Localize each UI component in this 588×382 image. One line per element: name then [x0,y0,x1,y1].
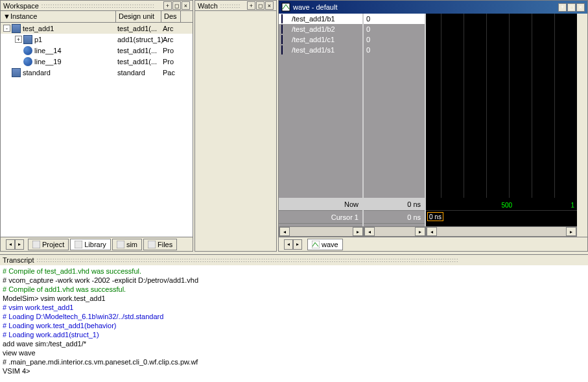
signal-value[interactable]: 0 [364,45,425,55]
signal-row[interactable]: /test_add1/s1 [279,45,362,55]
tree-row[interactable]: line__14test_add1(...Pro [1,45,193,56]
expander-icon[interactable]: - [3,25,10,32]
tab-label: Files [158,241,172,248]
wave-add-button[interactable]: + [558,3,567,12]
tab-sim[interactable]: sim [112,239,142,250]
project-icon [32,241,40,248]
wave-icon [281,3,290,12]
watch-dock-button[interactable]: ◻ [256,1,265,10]
design-unit: test_add1(... [116,47,161,54]
plot-scroll-right[interactable]: ▸ [566,227,576,236]
wave-signal-names[interactable]: /test_add1/b1/test_add1/b2/test_add1/c1/… [279,14,364,198]
signal-name: /test_add1/s1 [292,46,335,54]
signal-name: /test_add1/b2 [292,25,335,33]
names-scroll-left[interactable]: ◂ [279,227,290,236]
add-button[interactable]: + [163,1,172,10]
signal-row[interactable]: /test_add1/b2 [279,24,362,34]
watch-close-button[interactable]: × [265,1,274,10]
plot-scroll-left[interactable]: ◂ [427,227,437,236]
tree-row[interactable]: line__19test_add1(...Pro [1,56,193,67]
wave-titlebar: wave - default + ◻ × [279,1,587,14]
wave-tabs-right[interactable]: ▸ [293,239,302,250]
block-icon [23,35,32,44]
transcript-line: # vcom_capture -work work -2002 -explici… [3,276,585,285]
process-icon [23,46,32,55]
transcript-panel: Transcript :::::::::::::::::::::::::::::… [0,254,588,382]
workspace-columns: ▼Instance Design unit Des [1,11,193,23]
transcript-body[interactable]: # Compile of test_add1.vhd was successfu… [0,265,588,382]
cursor-value: 0 ns [364,211,425,224]
cursor-position[interactable]: 0 ns [427,212,443,221]
vals-scroll-left[interactable]: ◂ [364,227,375,236]
signal-name: /test_add1/b1 [292,15,335,23]
instance-name: test_add1 [23,25,54,32]
tab-label: sim [126,241,137,248]
close-button[interactable]: × [182,1,190,10]
svg-rect-2 [117,241,124,248]
tab-wave[interactable]: wave [307,239,343,250]
transcript-line: # Loading work.add1(struct_1) [3,330,585,339]
cursor-label[interactable]: Cursor 1 [279,211,362,224]
tab-label: Library [84,241,106,248]
transcript-line: VSIM 4> [3,366,585,376]
watch-panel: Watch ::::::::: + ◻ × [194,0,277,252]
transcript-line: # .main_pane.mdi.interior.cs.vm.paneset.… [3,357,585,366]
design-unit: test_add1(... [116,25,161,32]
workspace-title: Workspace [3,2,39,10]
wave-tab-icon [312,241,320,248]
entity-icon [12,24,21,33]
tree-row[interactable]: standardstandardPac [1,67,193,78]
svg-rect-1 [75,241,82,248]
wave-vscroll[interactable] [577,14,587,198]
transcript-line: # Loading work.test_add1(behavior) [3,321,585,330]
diamond-icon [281,15,289,23]
diamond-icon [281,46,289,54]
signal-value[interactable]: 0 [364,24,425,34]
tree-row[interactable]: -test_add1test_add1(...Arc [1,23,193,34]
svg-rect-5 [312,241,320,248]
svg-rect-0 [32,241,40,248]
vals-scroll-right[interactable]: ▸ [415,227,425,236]
tab-files[interactable]: Files [143,239,177,250]
instance-name: standard [23,69,51,77]
tabs-scroll-left[interactable]: ◂ [6,239,15,250]
col-desc[interactable]: Des [161,11,181,22]
watch-add-button[interactable]: + [247,1,255,10]
workspace-tabs: ◂ ▸ ProjectLibrarysimFiles [1,237,193,251]
transcript-line: # Loading D:\Modeltech_6.1b\win32/../std… [3,312,585,321]
workspace-panel: Workspace ::::::::::::::::::::::::::::::… [0,0,193,252]
transcript-line: view wave [3,348,585,357]
wave-ruler[interactable]: 500 1 0 ns [426,198,577,226]
names-scroll-right[interactable]: ▸ [353,227,363,236]
instance-name: line__14 [34,47,62,54]
wave-panel: wave - default + ◻ × /test_add1/b1/test_… [278,0,588,252]
wave-close-button[interactable]: × [576,3,585,12]
signal-row[interactable]: /test_add1/b1 [279,14,362,24]
tab-library[interactable]: Library [70,239,111,250]
tab-label: Project [42,241,64,248]
tree-row[interactable]: +p1add1(struct_1)Arc [1,34,193,45]
design-desc: Pac [161,69,181,77]
design-desc: Arc [161,25,181,32]
signal-value[interactable]: 0 [364,34,425,45]
watch-body [195,11,276,251]
wave-plot[interactable] [426,14,577,198]
tabs-scroll-right[interactable]: ▸ [15,239,24,250]
expander-icon[interactable]: + [15,36,22,43]
transcript-line: # Compile of test_add1.vhd was successfu… [3,267,585,276]
tab-project[interactable]: Project [28,239,69,250]
wave-tabs-left[interactable]: ◂ [284,239,293,250]
header-dots: ::::::::::::::::::::::::::::::::::::::::… [41,3,163,9]
workspace-header: Workspace ::::::::::::::::::::::::::::::… [1,1,193,11]
files-icon [148,241,156,248]
col-instance[interactable]: ▼Instance [1,11,116,22]
block-icon [12,68,21,77]
instance-name: line__19 [34,58,62,66]
col-design-unit[interactable]: Design unit [116,11,161,22]
signal-row[interactable]: /test_add1/c1 [279,34,362,45]
dock-button[interactable]: ◻ [172,1,181,10]
diamond-icon [281,25,289,33]
wave-dock-button[interactable]: ◻ [567,3,576,12]
signal-value[interactable]: 0 [364,14,425,24]
wave-signal-values[interactable]: 0000 [364,14,426,198]
